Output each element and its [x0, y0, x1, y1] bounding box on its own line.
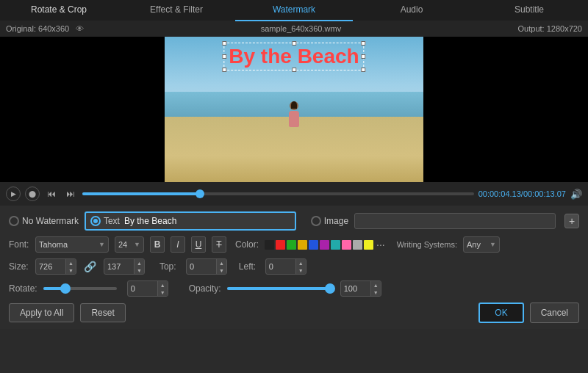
swatch-cyan[interactable]	[331, 240, 340, 250]
opacity-label: Opacity:	[189, 283, 221, 294]
handle-mr[interactable]	[362, 54, 366, 59]
writing-systems-select[interactable]: Any ▼	[463, 236, 500, 253]
font-size-select[interactable]: 24 ▼	[115, 236, 144, 253]
top-input[interactable]: ▲ ▼	[186, 258, 227, 275]
handle-bl[interactable]	[222, 68, 226, 72]
swatch-yellow[interactable]	[298, 240, 307, 250]
handle-bm[interactable]	[292, 68, 296, 72]
reset-button[interactable]: Reset	[80, 303, 125, 322]
watermark-overlay[interactable]: By the Beach	[223, 43, 364, 70]
playback-bar: ▶ ⬤ ⏮ ⏭ 00:00:04.13/00:00:13.07 🔊	[0, 182, 588, 206]
tab-watermark[interactable]: Watermark	[235, 0, 353, 21]
swatch-blue[interactable]	[309, 240, 318, 250]
strikethrough-button[interactable]: T	[212, 236, 226, 253]
text-label: Text	[104, 216, 120, 226]
link-icon[interactable]: 🔗	[84, 261, 96, 272]
swatch-pink[interactable]	[342, 240, 351, 250]
text-watermark-input[interactable]	[124, 216, 290, 226]
opacity-up[interactable]: ▲	[371, 281, 381, 289]
size-width-input[interactable]: ▲ ▼	[35, 258, 76, 275]
eye-icon[interactable]: 👁	[76, 24, 84, 33]
left-spin-arrows: ▲ ▼	[295, 259, 306, 274]
left-down[interactable]: ▼	[296, 267, 306, 274]
apply-all-button[interactable]: Apply to All	[9, 303, 74, 322]
font-label: Font:	[9, 239, 29, 250]
original-size-label: Original: 640x360	[6, 24, 69, 33]
height-down[interactable]: ▼	[135, 267, 144, 274]
rotate-input[interactable]: ▲ ▼	[127, 280, 168, 297]
stop-button[interactable]: ⬤	[25, 186, 40, 201]
tab-rotate-crop[interactable]: Rotate & Crop	[0, 0, 118, 21]
progress-thumb[interactable]	[196, 189, 204, 198]
rotate-down[interactable]: ▼	[158, 289, 168, 296]
italic-button[interactable]: I	[171, 236, 185, 253]
watermark-display-text: By the Beach	[229, 45, 359, 68]
height-value[interactable]	[104, 259, 134, 274]
rotate-value[interactable]	[128, 281, 157, 296]
handle-tm[interactable]	[292, 41, 296, 46]
prev-frame-button[interactable]: ⏮	[44, 186, 59, 201]
width-value[interactable]	[36, 259, 65, 274]
font-select[interactable]: Tahoma ▼	[35, 236, 109, 253]
left-value[interactable]	[266, 259, 295, 274]
opacity-value[interactable]	[341, 281, 370, 296]
opacity-down[interactable]: ▼	[371, 289, 381, 296]
controls-panel: No Watermark Text Image + Font: Tahoma ▼…	[0, 206, 588, 329]
top-value[interactable]	[187, 259, 216, 274]
image-radio[interactable]	[311, 216, 321, 226]
opacity-input[interactable]: ▲ ▼	[340, 280, 381, 297]
swatch-gray[interactable]	[353, 240, 362, 250]
swatch-red[interactable]	[276, 240, 285, 250]
tab-audio[interactable]: Audio	[353, 0, 470, 21]
video-frame: By the Beach	[165, 37, 423, 182]
swatch-black[interactable]	[265, 240, 274, 250]
no-watermark-label: No Watermark	[22, 216, 79, 226]
handle-tr[interactable]	[362, 41, 366, 46]
progress-bar[interactable]	[82, 192, 474, 195]
rotate-up[interactable]: ▲	[158, 281, 168, 289]
cancel-button[interactable]: Cancel	[530, 303, 579, 323]
width-down[interactable]: ▼	[66, 267, 76, 274]
swatch-green[interactable]	[287, 240, 296, 250]
top-down[interactable]: ▼	[217, 267, 226, 274]
rotate-row: Rotate: ▲ ▼ Opacity: ▲ ▼	[9, 280, 579, 297]
opacity-slider[interactable]	[227, 287, 330, 290]
size-row: Size: ▲ ▼ 🔗 ▲ ▼ Top: ▲ ▼ Left:	[9, 258, 579, 275]
swatch-lightyellow[interactable]	[364, 240, 373, 250]
underline-button[interactable]: U	[191, 236, 206, 253]
opacity-slider-thumb[interactable]	[325, 283, 335, 294]
play-button[interactable]: ▶	[6, 186, 21, 201]
no-watermark-option[interactable]: No Watermark	[9, 216, 79, 226]
color-label: Color:	[235, 239, 259, 250]
figure-body	[289, 111, 299, 127]
add-image-button[interactable]: +	[564, 214, 579, 228]
height-spin-arrows: ▲ ▼	[134, 259, 144, 274]
swatch-purple[interactable]	[320, 240, 329, 250]
tab-subtitle[interactable]: Subtitle	[470, 0, 588, 21]
rotate-slider-thumb[interactable]	[60, 283, 71, 294]
image-path-input[interactable]	[354, 213, 556, 229]
tab-effect-filter[interactable]: Effect & Filter	[118, 0, 235, 21]
top-spin-arrows: ▲ ▼	[216, 259, 226, 274]
no-watermark-radio[interactable]	[9, 216, 19, 226]
color-swatches: ···	[265, 239, 385, 250]
image-watermark-option[interactable]: Image	[311, 216, 348, 226]
text-radio[interactable]	[90, 216, 101, 226]
height-up[interactable]: ▲	[135, 259, 144, 267]
ok-button[interactable]: OK	[478, 303, 523, 323]
handle-ml[interactable]	[222, 54, 226, 59]
top-up[interactable]: ▲	[217, 259, 226, 267]
volume-icon[interactable]: 🔊	[570, 189, 582, 200]
more-colors-button[interactable]: ···	[376, 239, 385, 250]
handle-br[interactable]	[362, 68, 366, 72]
text-watermark-box[interactable]: Text	[85, 211, 296, 231]
size-height-input[interactable]: ▲ ▼	[104, 258, 145, 275]
rotate-slider[interactable]	[43, 287, 117, 290]
next-frame-button[interactable]: ⏭	[63, 186, 78, 201]
text-watermark-option[interactable]: Text	[90, 216, 120, 226]
left-input[interactable]: ▲ ▼	[265, 258, 306, 275]
width-up[interactable]: ▲	[66, 259, 76, 267]
bold-button[interactable]: B	[150, 236, 165, 253]
left-up[interactable]: ▲	[296, 259, 306, 267]
handle-tl[interactable]	[222, 41, 226, 46]
